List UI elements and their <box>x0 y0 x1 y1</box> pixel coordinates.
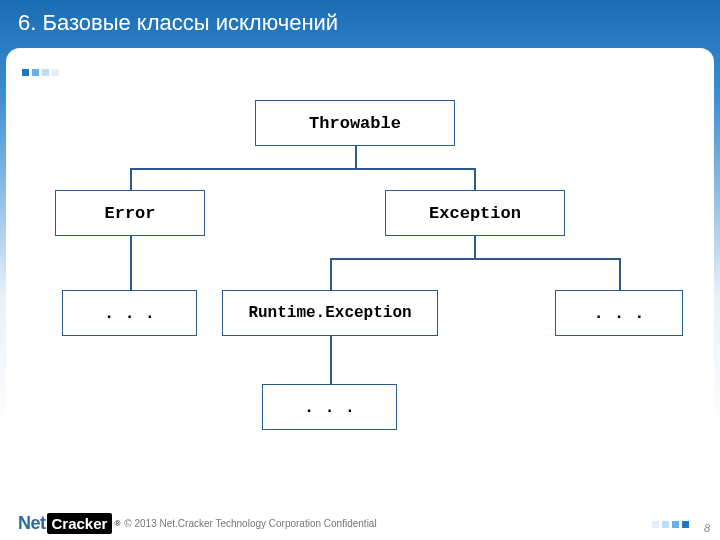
slide-title: 6. Базовые классы исключений <box>18 10 338 36</box>
node-error-ellipsis: . . . <box>62 290 197 336</box>
logo-registered: ® <box>114 519 120 528</box>
footer: Net Cracker ® © 2013 Net.Cracker Technol… <box>18 513 377 534</box>
logo-net-text: Net <box>18 513 46 534</box>
node-runtime-ellipsis: . . . <box>262 384 397 430</box>
netcracker-logo: Net Cracker ® <box>18 513 120 534</box>
node-error: Error <box>55 190 205 236</box>
class-hierarchy-diagram: Throwable Error Exception . . . Runtime.… <box>0 70 720 480</box>
node-runtime-exception: Runtime.Exception <box>222 290 438 336</box>
node-exception-ellipsis: . . . <box>555 290 683 336</box>
node-exception: Exception <box>385 190 565 236</box>
decoration-dots-bottom <box>652 514 692 532</box>
logo-cracker-text: Cracker <box>47 513 113 534</box>
node-throwable: Throwable <box>255 100 455 146</box>
copyright-text: © 2013 Net.Cracker Technology Corporatio… <box>124 518 376 529</box>
page-number: 8 <box>704 522 710 534</box>
